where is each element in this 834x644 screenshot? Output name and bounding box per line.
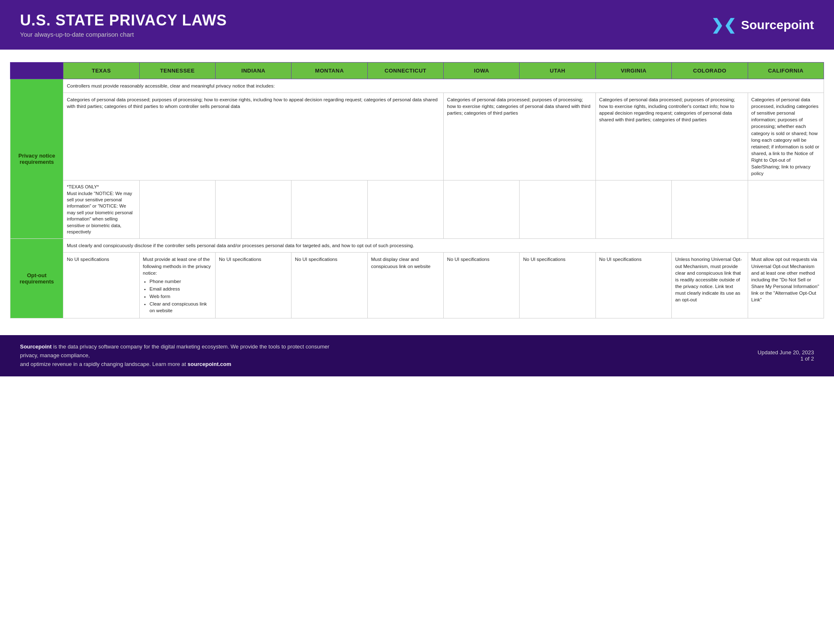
header-left: U.S. STATE PRIVACY LAWS Your always-up-t… — [20, 12, 227, 38]
footer-website: sourcepoint.com — [188, 361, 231, 367]
page-title: U.S. STATE PRIVACY LAWS — [20, 12, 227, 29]
optout-main-row: No UI specifications Must provide at lea… — [10, 253, 824, 318]
optout-iowa: No UI specifications — [444, 253, 520, 318]
privacy-notice-texas-only: *TEXAS ONLY*Must include "NOTICE: We may… — [63, 180, 139, 239]
privacy-notice-label: Privacy notice requirements — [10, 79, 63, 239]
footer-page-num: 1 of 2 — [758, 356, 814, 362]
optout-tennessee: Must provide at least one of the followi… — [139, 253, 215, 318]
optout-intro-row: Opt-out requirements Must clearly and co… — [10, 239, 824, 253]
optout-california: Must allow opt out requests via Universa… — [748, 253, 824, 318]
header-connecticut: CONNECTICUT — [367, 63, 443, 79]
header-indiana: INDIANA — [215, 63, 291, 79]
privacy-notice-ia-extra — [444, 180, 520, 239]
optout-label: Opt-out requirements — [10, 239, 63, 318]
header-empty — [10, 63, 63, 79]
header-montana: MONTANA — [291, 63, 367, 79]
page-footer: Sourcepoint is the data privacy software… — [0, 335, 834, 376]
privacy-notice-va-extra — [595, 180, 671, 239]
privacy-notice-intro: Controllers must provide reasonably acce… — [63, 79, 824, 93]
header-logo: ❯❮ Sourcepoint — [711, 16, 814, 34]
privacy-notice-mt-extra — [291, 180, 367, 239]
main-content: TEXAS TENNESSEE INDIANA MONTANA CONNECTI… — [0, 50, 834, 331]
privacy-notice-va-co: Categories of personal data processed; p… — [595, 93, 748, 180]
optout-virginia: No UI specifications — [595, 253, 671, 318]
header-colorado: COLORADO — [672, 63, 748, 79]
table-header-row: TEXAS TENNESSEE INDIANA MONTANA CONNECTI… — [10, 63, 824, 79]
header-texas: TEXAS — [63, 63, 139, 79]
footer-desc1: is the data privacy software company for… — [20, 343, 329, 358]
page-header: U.S. STATE PRIVACY LAWS Your always-up-t… — [0, 0, 834, 50]
optout-colorado: Unless honoring Universal Opt-out Mechan… — [672, 253, 748, 318]
header-california: CALIFORNIA — [748, 63, 824, 79]
privacy-notice-ca: Categories of personal data processed, i… — [748, 93, 824, 180]
optout-montana: No UI specifications — [291, 253, 367, 318]
privacy-notice-intro-row: Privacy notice requirements Controllers … — [10, 79, 824, 93]
comparison-table: TEXAS TENNESSEE INDIANA MONTANA CONNECTI… — [10, 62, 824, 318]
privacy-notice-ca-extra — [748, 180, 824, 239]
footer-updated: Updated June 20, 2023 — [758, 349, 814, 356]
privacy-notice-co-extra — [672, 180, 748, 239]
optout-texas: No UI specifications — [63, 253, 139, 318]
privacy-notice-in-extra — [215, 180, 291, 239]
footer-meta: Updated June 20, 2023 1 of 2 — [758, 349, 814, 362]
header-iowa: IOWA — [444, 63, 520, 79]
privacy-notice-tn-extra — [139, 180, 215, 239]
optout-connecticut: Must display clear and conspicuous link … — [367, 253, 443, 318]
logo-text: Sourcepoint — [741, 18, 814, 32]
footer-description: Sourcepoint is the data privacy software… — [20, 343, 337, 368]
header-virginia: VIRGINIA — [595, 63, 671, 79]
optout-utah: No UI specifications — [520, 253, 595, 318]
optout-intro: Must clearly and conspicuously disclose … — [63, 239, 824, 253]
privacy-notice-ia-ut: Categories of personal data processed; p… — [444, 93, 596, 180]
header-tennessee: TENNESSEE — [139, 63, 215, 79]
logo-icon: ❯❮ — [711, 16, 736, 34]
privacy-notice-main-row: Categories of personal data processed; p… — [10, 93, 824, 180]
footer-brand: Sourcepoint — [20, 343, 52, 350]
privacy-notice-ut-extra — [520, 180, 595, 239]
header-utah: UTAH — [520, 63, 595, 79]
privacy-notice-tex-ct: Categories of personal data processed; p… — [63, 93, 444, 180]
optout-indiana: No UI specifications — [215, 253, 291, 318]
privacy-notice-ct-extra — [367, 180, 443, 239]
footer-desc2: and optimize revenue in a rapidly changi… — [20, 361, 188, 367]
page-subtitle: Your always-up-to-date comparison chart — [20, 31, 227, 38]
privacy-notice-texas-only-row: *TEXAS ONLY*Must include "NOTICE: We may… — [10, 180, 824, 239]
